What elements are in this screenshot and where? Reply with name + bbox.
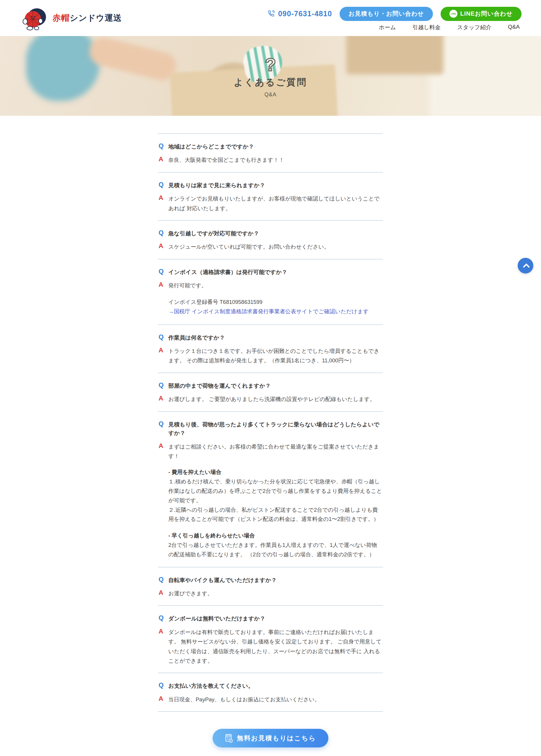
- faq-item: Q お支払い方法を教えてください。 A 当日現金、PayPay、もしくはお振込に…: [158, 673, 383, 712]
- faq-answer: 発行可能です。: [168, 280, 207, 290]
- faq-answer-row: A ダンボールは有料で販売しております。事前にご連絡いただければお届けいたします…: [159, 627, 382, 666]
- faq-answer: スケジュールが空いていれば可能です。お問い合わせください。: [168, 241, 329, 251]
- line-contact-button[interactable]: LINE LINEお問い合わせ: [441, 7, 521, 21]
- q-mark: Q: [159, 228, 164, 238]
- invoice-info: インボイス登録番号 T6810958631599 →国税庁 インボイス制度適格請…: [168, 298, 382, 316]
- mascot-logo-icon: [21, 6, 48, 30]
- faq-question-row: Q ダンボールは無料でいただけますか？: [159, 613, 382, 623]
- faq-item: Q 作業員は何名ですか？ A トラック１台につき１名です。お手伝いが困難とのこと…: [158, 325, 383, 373]
- contact-button-label: お見積もり・お問い合わせ: [348, 10, 424, 18]
- faq-item: Q インボイス（適格請求書）は発行可能ですか？ A 発行可能です。 インボイス登…: [158, 259, 383, 325]
- section-heading: - 早く引っ越しを終わらせたい場合: [168, 531, 382, 541]
- faq-answer: 奈良、大阪発着で全国どこまでも行きます！！: [168, 155, 284, 165]
- faq-answer: お運びします。 ご要望がありましたら洗濯機の設置やテレビの配線もいたします。: [168, 394, 375, 404]
- free-quote-label: 無料お見積もりはこちら: [237, 734, 316, 743]
- section-line: 2台で引っ越しさせていただきます。作業員も1人増えますので、1人で運べない荷物の…: [168, 541, 382, 559]
- section-line: ２.近隣への引っ越しの場合、私がピストン配送することで2台での引っ越しよりも費用…: [168, 505, 382, 524]
- faq-answer-row: A スケジュールが空いていれば可能です。お問い合わせください。: [159, 241, 382, 251]
- q-mark: Q: [159, 575, 164, 584]
- scroll-to-top-button[interactable]: [518, 258, 533, 273]
- a-mark: A: [159, 345, 164, 366]
- faq-answer-row: A お運びできます。: [159, 588, 382, 598]
- a-mark: A: [159, 394, 164, 404]
- answer-section-speed: - 早く引っ越しを終わらせたい場合 2台で引っ越しさせていただきます。作業員も1…: [168, 531, 382, 559]
- faq-question-row: Q インボイス（適格請求書）は発行可能ですか？: [159, 267, 382, 276]
- line-icon: LINE: [449, 10, 457, 18]
- free-quote-button[interactable]: 無料お見積もりはこちら: [213, 729, 328, 747]
- invoice-register-link[interactable]: →国税庁 インボイス制度適格請求書発行事業者公表サイトでご確認いただけます: [168, 307, 368, 316]
- calculator-icon: [225, 734, 233, 743]
- page-subtitle: Q&A: [264, 92, 276, 98]
- faq-answer: オンラインでお見積もりいたしますが、お客様が現地で確認してほしいということであれ…: [168, 193, 382, 213]
- faq-item: Q 見積もりは家まで見に来られますか？ A オンラインでお見積もりいたしますが、…: [158, 172, 383, 220]
- a-mark: A: [159, 280, 164, 290]
- faq-item: Q 部屋の中まで荷物を運んでくれますか？ A お運びします。 ご要望がありました…: [158, 373, 383, 411]
- header: 赤帽シンドウ運送 090-7631-4810 お見積もり・お問い合わせ LINE…: [0, 0, 541, 36]
- faq-question: 地域はどこからどこまでですか？: [168, 142, 254, 151]
- phone-icon: [268, 10, 275, 18]
- faq-answer-row: A トラック１台につき１名です。お手伝いが困難とのことでしたら増員することもでき…: [159, 345, 382, 366]
- q-mark: Q: [159, 681, 164, 690]
- faq-list: Q 地域はどこからどこまでですか？ A 奈良、大阪発着で全国どこまでも行きます！…: [158, 116, 383, 712]
- faq-answer-row: A オンラインでお見積もりいたしますが、お客様が現地で確認してほしいということで…: [159, 193, 382, 213]
- invoice-number: インボイス登録番号 T6810958631599: [168, 298, 382, 307]
- line-button-label: LINEお問い合わせ: [460, 10, 513, 18]
- page: { "header": { "brand_red": "赤帽", "brand_…: [0, 0, 541, 756]
- header-nav: ホーム 引越し料金 スタッフ紹介 Q&A: [379, 24, 521, 31]
- page-title: よくあるご質問: [234, 76, 307, 89]
- q-mark: Q: [159, 332, 164, 342]
- faq-answer-row: A 発行可能です。: [159, 280, 382, 290]
- faq-question: 急な引越しですが対応可能ですか？: [168, 228, 259, 238]
- brand-name-red: 赤帽: [53, 13, 70, 22]
- faq-question-row: Q 作業員は何名ですか？: [159, 332, 382, 342]
- cta-section: 無料お見積もりはこちら: [0, 729, 541, 747]
- faq-answer: まずはご相談ください。お客様の希望に合わせて最適な案をご提案させていただきます！: [168, 441, 382, 461]
- faq-question: 部屋の中まで荷物を運んでくれますか？: [168, 381, 271, 390]
- q-mark: Q: [159, 267, 164, 276]
- faq-item: Q 自転車やバイクも運んでいただけますか？ A お運びできます。: [158, 567, 383, 606]
- faq-item: Q 急な引越しですが対応可能ですか？ A スケジュールが空いていれば可能です。お…: [158, 220, 383, 259]
- chevron-up-icon: [523, 263, 530, 270]
- nav-item-staff[interactable]: スタッフ紹介: [457, 24, 491, 31]
- faq-question: お支払い方法を教えてください。: [168, 681, 254, 690]
- brand-name: 赤帽シンドウ運送: [53, 12, 122, 24]
- faq-answer-row: A 当日現金、PayPay、もしくはお振込にてお支払いください。: [159, 694, 382, 704]
- a-mark: A: [159, 193, 164, 213]
- faq-question: 見積もり後、荷物が思ったより多くてトラックに乗らない場合はどうしたらよいですか？: [168, 419, 382, 438]
- header-right: 090-7631-4810 お見積もり・お問い合わせ LINE LINEお問い合…: [268, 5, 521, 31]
- faq-item: Q 地域はどこからどこまでですか？ A 奈良、大阪発着で全国どこまでも行きます！…: [158, 134, 383, 172]
- a-mark: A: [159, 694, 164, 704]
- q-mark: Q: [159, 613, 164, 623]
- faq-question-row: Q 見積もりは家まで見に来られますか？: [159, 180, 382, 189]
- faq-answer-details: - 費用を抑えたい場合 １.積めるだけ積んで、乗り切らなかった分を状況に応じて宅…: [168, 468, 382, 559]
- faq-question-row: Q 自転車やバイクも運んでいただけますか？: [159, 575, 382, 584]
- a-mark: A: [159, 155, 164, 165]
- header-phone-number: 090-7631-4810: [278, 9, 332, 18]
- faq-answer-row: A 奈良、大阪発着で全国どこまでも行きます！！: [159, 155, 382, 165]
- hero-banner: ? よくあるご質問 Q&A: [0, 36, 541, 116]
- faq-question-row: Q 地域はどこからどこまでですか？: [159, 142, 382, 151]
- nav-item-qa[interactable]: Q&A: [508, 24, 520, 31]
- q-mark: Q: [159, 180, 164, 189]
- faq-question-row: Q お支払い方法を教えてください。: [159, 681, 382, 690]
- q-mark: Q: [159, 381, 164, 390]
- faq-question: インボイス（適格請求書）は発行可能ですか？: [168, 267, 287, 276]
- faq-answer: ダンボールは有料で販売しております。事前にご連絡いただければお届けいたします。 …: [168, 627, 382, 666]
- a-mark: A: [159, 241, 164, 251]
- faq-question: ダンボールは無料でいただけますか？: [168, 613, 266, 623]
- header-phone-link[interactable]: 090-7631-4810: [268, 9, 332, 18]
- nav-item-home[interactable]: ホーム: [379, 24, 396, 31]
- faq-question: 作業員は何名ですか？: [168, 332, 225, 342]
- answer-section-cost: - 費用を抑えたい場合 １.積めるだけ積んで、乗り切らなかった分を状況に応じて宅…: [168, 468, 382, 524]
- faq-answer: 当日現金、PayPay、もしくはお振込にてお支払いください。: [168, 694, 320, 704]
- brand-logo-link[interactable]: 赤帽シンドウ運送: [21, 6, 122, 30]
- a-mark: A: [159, 627, 164, 666]
- q-mark: Q: [159, 419, 164, 438]
- faq-answer: トラック１台につき１名です。お手伝いが困難とのことでしたら増員することもできます…: [168, 345, 382, 366]
- nav-item-pricing[interactable]: 引越し料金: [412, 24, 441, 31]
- question-icon: ?: [265, 56, 276, 74]
- contact-button[interactable]: お見積もり・お問い合わせ: [339, 7, 433, 21]
- a-mark: A: [159, 441, 164, 461]
- header-actions: 090-7631-4810 お見積もり・お問い合わせ LINE LINEお問い合…: [268, 7, 521, 21]
- faq-answer-row: A お運びします。 ご要望がありましたら洗濯機の設置やテレビの配線もいたします。: [159, 394, 382, 404]
